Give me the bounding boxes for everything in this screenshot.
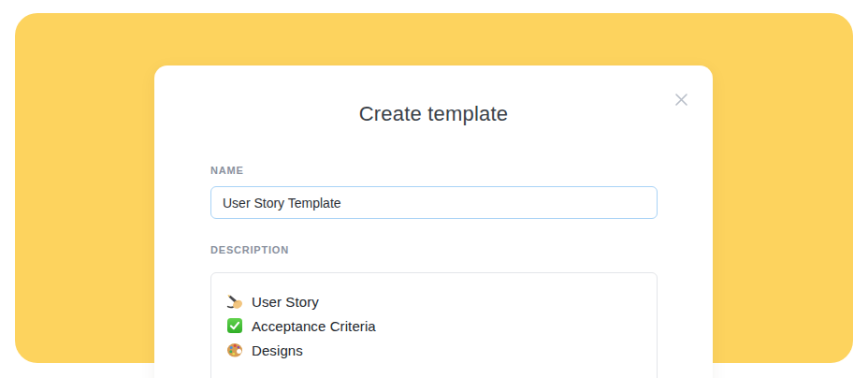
template-name-input[interactable] bbox=[210, 186, 658, 219]
page-background: Create template NAME DESCRIPTION User St… bbox=[0, 0, 868, 378]
list-item-text: User Story bbox=[252, 294, 319, 310]
modal-title: Create template bbox=[154, 102, 713, 126]
description-editor[interactable]: User Story Acceptance bbox=[210, 272, 658, 378]
list-item: User Story bbox=[226, 289, 642, 313]
artist-palette-icon bbox=[226, 342, 243, 358]
create-template-modal: Create template NAME DESCRIPTION User St… bbox=[154, 65, 713, 378]
description-label: DESCRIPTION bbox=[210, 244, 289, 255]
check-mark-button-icon bbox=[226, 317, 243, 334]
list-item-text: Designs bbox=[252, 342, 303, 358]
list-item-text: Acceptance Criteria bbox=[252, 318, 376, 334]
name-label: NAME bbox=[210, 165, 244, 176]
writing-hand-icon bbox=[226, 293, 243, 310]
list-item: Designs bbox=[226, 338, 642, 362]
list-item: Acceptance Criteria bbox=[226, 313, 642, 338]
